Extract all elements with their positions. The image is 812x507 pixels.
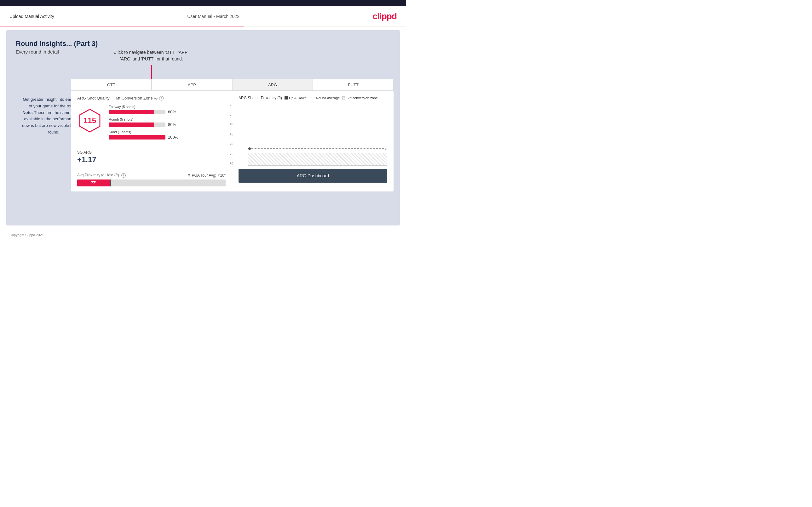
main-content: Round Insights... (Part 3) Every round i…: [6, 30, 400, 225]
right-panel: ARG Shots - Proximity (ft) Up & Down Rou…: [232, 91, 394, 191]
legend-conversion-label: 6 ft conversion zone: [347, 96, 377, 100]
proximity-cursor: [110, 179, 111, 186]
bar-rough: Rough (5 shots) 80%: [109, 117, 225, 127]
logo: clippd: [373, 11, 397, 21]
bar-fairway-fill: [109, 110, 154, 114]
bar-rough-label: Rough (5 shots): [109, 117, 225, 121]
bar-sand-pct: 100%: [168, 135, 179, 139]
bar-fairway-label: Fairway (5 shots): [109, 105, 225, 109]
legend-round-avg-icon: [309, 98, 315, 98]
bar-fairway: Fairway (5 shots) 80%: [109, 105, 225, 114]
bar-sand-track: [109, 135, 165, 139]
tab-arg[interactable]: ARG: [232, 79, 313, 91]
hex-score: 115: [77, 108, 102, 133]
hatch-zone: [248, 153, 387, 165]
bars-section: Fairway (5 shots) 80% Rough (5 shots): [109, 105, 225, 139]
top-bar: [0, 0, 406, 6]
bar-rough-fill: [109, 122, 154, 127]
proximity-help-icon[interactable]: ?: [121, 173, 126, 178]
tab-ott[interactable]: OTT: [71, 79, 152, 91]
bar-rough-pct: 80%: [168, 122, 179, 127]
bar-rough-track: [109, 122, 165, 127]
bar-sand-fill: [109, 135, 165, 139]
legend-up-down: Up & Down: [285, 96, 307, 100]
score-bars-section: 115 Fairway (5 shots) 80%: [77, 105, 225, 143]
header-divider: [0, 26, 406, 26]
proximity-bar-fill: 77': [77, 179, 110, 186]
help-icon[interactable]: ?: [159, 96, 163, 101]
legend-round-avg: Round Average: [309, 96, 340, 100]
card: OTT APP ARG PUTT ARG Shot Quality 6ft Co…: [71, 79, 394, 191]
proximity-section: Avg Proximity to Hole (ft) ? ⇕ PGA Tour …: [77, 170, 225, 186]
proximity-label: Avg Proximity to Hole (ft) ?: [77, 173, 126, 178]
bar-sand: Sand (1 shots) 100%: [109, 130, 225, 139]
note-label: Note:: [22, 110, 33, 115]
bar-fairway-pct: 80%: [168, 110, 179, 114]
footer: Copyright Clippd 2021: [0, 229, 406, 240]
legend-up-down-label: Up & Down: [289, 96, 307, 100]
dashed-dot: [248, 148, 251, 150]
sg-section: SG ARG +1.17: [77, 147, 225, 164]
dashed-marker: 8: [385, 147, 387, 151]
tab-app[interactable]: APP: [152, 79, 232, 91]
chart-container: 30 25 20 15 10 5 0 8: [239, 103, 387, 166]
left-panel: ARG Shot Quality 6ft Conversion Zone % ?…: [71, 91, 232, 191]
page-subheading: Every round in detail: [16, 49, 391, 54]
copyright: Copyright Clippd 2021: [9, 233, 44, 237]
header: Upload Manual Activity User Manual - Mar…: [0, 6, 406, 26]
chart-title: ARG Shots - Proximity (ft): [239, 96, 282, 100]
page-heading: Round Insights... (Part 3): [16, 40, 391, 48]
conversion-zone-label: 6ft Conversion Zone % ?: [116, 96, 163, 101]
tabs-row: OTT APP ARG PUTT: [71, 79, 394, 91]
bar-fairway-track: [109, 110, 165, 114]
header-left: Upload Manual Activity: [9, 14, 54, 19]
dashed-line: [248, 148, 387, 149]
proximity-header: Avg Proximity to Hole (ft) ? ⇕ PGA Tour …: [77, 173, 225, 178]
shot-quality-header: ARG Shot Quality 6ft Conversion Zone % ?: [77, 96, 225, 101]
proximity-bar-track: 77': [77, 179, 225, 186]
legend-conversion: 6 ft conversion zone: [342, 96, 377, 100]
card-body: ARG Shot Quality 6ft Conversion Zone % ?…: [71, 91, 394, 191]
upload-label[interactable]: Upload Manual Activity: [9, 14, 54, 19]
hex-score-text: 115: [84, 116, 96, 125]
proximity-pga: ⇕ PGA Tour Avg: 7'10": [188, 173, 225, 178]
bar-sand-label: Sand (1 shots): [109, 130, 225, 134]
arg-dashboard-button[interactable]: ARG Dashboard: [239, 169, 387, 183]
right-panel-header: ARG Shots - Proximity (ft) Up & Down Rou…: [239, 96, 387, 100]
legend-round-avg-label: Round Average: [316, 96, 340, 100]
y-labels: 30 25 20 15 10 5 0: [230, 103, 233, 166]
legend-conversion-icon: [342, 96, 345, 100]
sg-label: SG ARG: [77, 150, 225, 155]
tab-putt[interactable]: PUTT: [313, 79, 394, 91]
legend-up-down-icon: [285, 96, 288, 100]
shot-quality-label: ARG Shot Quality: [77, 96, 110, 101]
sg-value: +1.17: [77, 155, 225, 164]
doc-title: User Manual - March 2022: [187, 14, 240, 19]
chart-area: 8: [248, 103, 387, 166]
